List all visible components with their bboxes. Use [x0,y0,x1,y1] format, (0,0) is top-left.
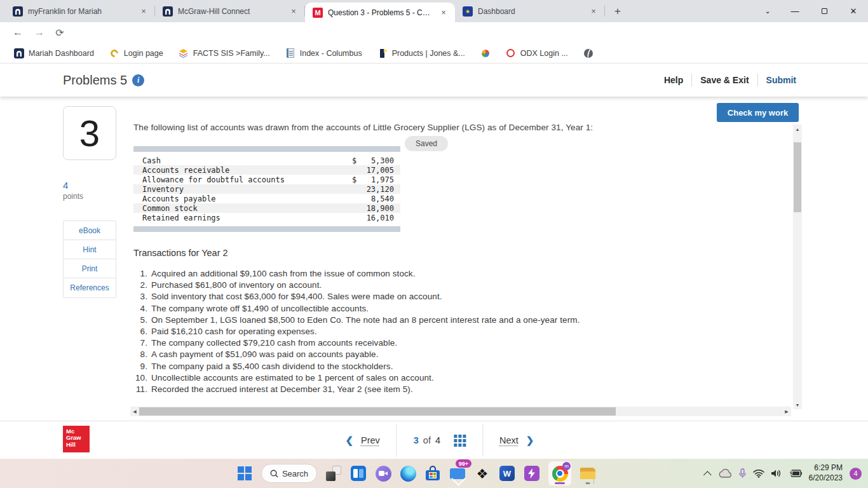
vertical-scroll-thumb[interactable] [794,142,801,212]
notification-count-badge[interactable]: 4 [850,468,862,480]
bookmark-products-jones[interactable]: Products | Jones &... [370,46,473,61]
prev-question-button[interactable]: ❮ Prev [345,435,379,446]
bookmark-odx-login[interactable]: ODX Login ... [498,46,576,61]
next-label[interactable]: Next [499,435,519,445]
bookmark-facts-sis[interactable]: FACTS SIS >Family... [171,46,278,61]
account-amount: 18,900 [361,204,394,213]
divider [691,74,692,86]
task-view-button[interactable] [325,465,342,482]
teams-chat-button[interactable] [375,465,391,482]
account-name: Allowance for doubtful accounts [142,175,352,184]
tab-myfranklin[interactable]: myFranklin for Mariah × [5,0,155,22]
info-icon[interactable]: i [132,74,144,86]
tab-question3-problems5-active[interactable]: M Question 3 - Problems 5 - Conne × [305,3,455,22]
logo-text: Graw [66,435,90,441]
hint-button[interactable]: Hint [64,240,116,259]
account-amount: 1,975 [361,175,394,184]
save-and-exit-button[interactable]: Save & Exit [700,75,749,85]
account-amount: 23,120 [361,185,394,194]
screen: myFranklin for Mariah × McGraw-Hill Conn… [0,0,868,488]
file-explorer-icon[interactable] [580,461,596,485]
account-name: Accounts payable [142,194,352,203]
franklin-icon [14,48,24,58]
new-tab-button[interactable]: + [609,3,627,20]
tab-search-chevron-icon[interactable]: ⌄ [755,0,780,22]
vertical-scrollbar[interactable]: ▲ ▼ [793,125,802,409]
transaction-item: A cash payment of $51,090 was paid on ac… [133,349,792,360]
submit-button[interactable]: Submit [766,75,796,85]
points-block: 4 points [63,180,83,201]
running-indicator [586,482,590,484]
wifi-icon[interactable] [753,469,764,478]
lightning-app-icon[interactable] [524,465,540,482]
prev-label[interactable]: Prev [361,435,380,445]
volume-icon[interactable] [771,469,782,478]
word-icon[interactable]: W [499,465,515,482]
bookmark-globe[interactable] [576,46,601,61]
question-tools: eBook Hint Print References [63,220,116,298]
saved-status-badge: Saved [405,136,448,151]
bookmark-mariah-dashboard[interactable]: Mariah Dashboard [6,46,102,61]
question-pager: ❮ Prev 3 of 4 Next ❯ [345,421,534,459]
chrome-icon-active[interactable]: m [548,461,571,485]
check-my-work-button[interactable]: Check my work [717,103,799,122]
scroll-down-icon[interactable]: ▼ [793,400,802,409]
hidden-icons-chevron[interactable] [703,471,712,479]
print-button[interactable]: Print [64,259,116,278]
taskbar-search[interactable]: Search [261,464,317,483]
battery-charging-icon[interactable] [789,470,802,477]
search-icon [270,470,278,478]
question-grid-icon[interactable] [454,435,466,447]
assignment-header: Problems 5 i Saved Help Save & Exit Subm… [0,64,868,97]
scroll-right-icon[interactable]: ▶ [782,407,791,416]
account-name: Cash [142,156,352,165]
transaction-item: Purchased $61,800 of inventory on accoun… [133,280,792,291]
tab-close-icon[interactable]: × [438,8,449,18]
dropbox-icon[interactable]: ❖ [474,465,491,482]
transaction-item: Acquired an additional $9,100 cash from … [133,268,792,280]
red-ring-icon [506,48,516,58]
minimize-button[interactable]: — [780,0,810,22]
tab-close-icon[interactable]: × [588,6,599,17]
scroll-up-icon[interactable]: ▲ [793,125,802,133]
chrome-profile-badge: m [562,462,571,470]
transaction-item: Sold inventory that cost $63,000 for $94… [133,291,792,302]
tab-dashboard[interactable]: ★ Dashboard × [455,0,605,22]
onedrive-cloud-icon[interactable] [719,469,732,478]
transaction-item: On September 1, LGS loaned $8,500 to Ede… [133,315,792,326]
start-button[interactable] [236,465,253,482]
transactions-title: Transactions for Year 2 [133,248,792,258]
table-band [133,146,400,152]
bookmark-pinwheel[interactable] [473,46,498,61]
references-button[interactable]: References [64,278,116,297]
scroll-left-icon[interactable]: ◀ [130,407,139,416]
restore-button[interactable] [810,0,839,22]
time-text: 6:29 PM [809,463,843,473]
horizontal-scroll-thumb[interactable] [139,407,616,416]
ebook-button[interactable]: eBook [64,221,116,240]
help-button[interactable]: Help [664,75,683,85]
edge-icon[interactable] [400,465,416,482]
bookmark-login-page[interactable]: Login page [102,46,171,61]
next-question-button[interactable]: Next ❯ [499,435,534,446]
tab-close-icon[interactable]: × [139,6,149,17]
chevron-left-icon: ❮ [345,435,353,446]
microphone-icon[interactable] [739,468,746,478]
forward-button[interactable]: → [32,25,47,40]
microsoft-store-icon[interactable] [424,465,441,482]
account-amount: 5,300 [361,156,394,165]
tab-close-icon[interactable]: × [288,6,299,17]
bookmark-label: Mariah Dashboard [29,49,94,58]
taskbar-clock[interactable]: 6:29 PM 6/20/2023 [809,463,843,483]
tab-mcgrawhill-connect[interactable]: McGraw-Hill Connect × [155,0,305,22]
horizontal-scrollbar[interactable]: ◀ ▶ [130,407,791,416]
mail-icon[interactable]: 99+ [449,465,466,482]
back-button[interactable]: ← [10,25,25,40]
bookmark-index-columbus[interactable]: Index - Columbus [278,46,370,61]
reload-button[interactable]: ⟳ [52,25,67,40]
account-amount: 16,010 [361,214,394,222]
close-button[interactable]: ✕ [839,0,868,22]
widgets-button[interactable] [350,465,367,482]
browser-toolbar: ← → ⟳ ezto.mheducation.com/ext/map/index… [0,22,868,43]
franklin-favicon-icon [163,6,173,17]
